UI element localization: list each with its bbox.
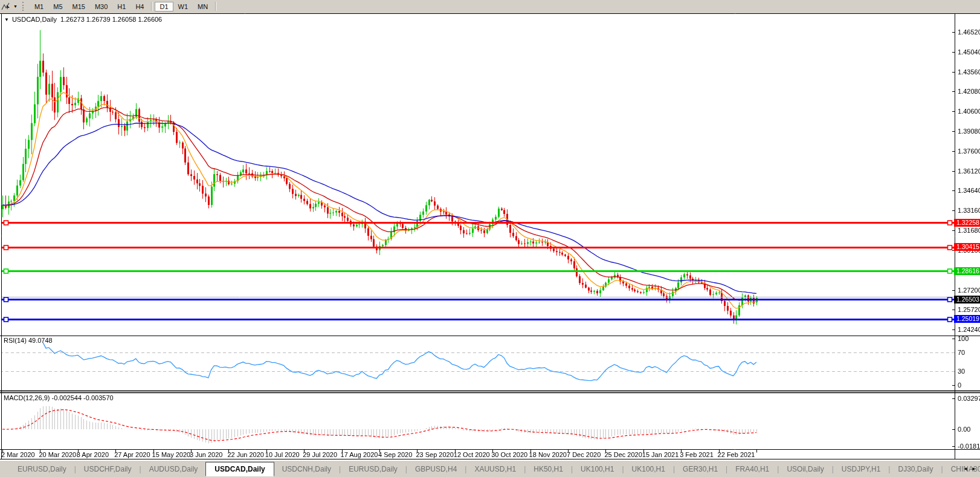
tab-scroll-right-icon[interactable]: ► xyxy=(970,464,978,474)
chart-tab-usdcnh-daily[interactable]: USDCNH,Daily xyxy=(274,463,339,475)
timeframe-button-d1[interactable]: D1 xyxy=(155,2,173,11)
chart-title-symbol: USDCAD,Daily xyxy=(12,16,57,23)
rsi-axis-label: 70 xyxy=(958,349,965,357)
chart-tab-uk100-h1[interactable]: UK100,H1 xyxy=(624,463,673,475)
date-axis-label: 27 Apr 2020 xyxy=(114,451,150,459)
price-axis-label: 1.33160 xyxy=(958,207,980,215)
timeframe-button-w1[interactable]: W1 xyxy=(173,2,193,11)
chart-tab-dj30-daily[interactable]: DJ30,Daily xyxy=(890,463,941,475)
chart-tab-ger30-h1[interactable]: GER30,H1 xyxy=(675,463,726,475)
price-axis-label: 1.45040 xyxy=(958,48,980,56)
chart-canvas[interactable] xyxy=(0,13,980,461)
chart-tab-uk100-h1[interactable]: UK100,H1 xyxy=(573,463,622,475)
date-axis-label: 2 Mar 2020 xyxy=(1,451,35,459)
tab-scroll-left-icon[interactable]: ◄ xyxy=(961,464,970,474)
rsi-indicator-label: RSI(14) 49.0748 xyxy=(4,337,53,345)
date-axis-label: 20 Mar 2020 xyxy=(39,451,76,459)
toolbar-separator xyxy=(215,2,216,11)
price-line-badge: 1.26503 xyxy=(954,296,980,303)
date-axis-label: 29 Jul 2020 xyxy=(303,451,337,459)
price-axis-label: 1.40600 xyxy=(958,108,980,115)
timeframe-button-m15[interactable]: M15 xyxy=(68,2,90,11)
timeframe-button-m1[interactable]: M1 xyxy=(30,2,48,11)
chart-tab-audusd-daily[interactable]: AUDUSD,Daily xyxy=(141,463,206,475)
price-axis-label: 1.42080 xyxy=(958,88,980,96)
price-line-badge: 1.25019 xyxy=(954,315,980,323)
macd-axis-label: 0.032972 xyxy=(958,395,980,403)
price-axis-label: 1.31680 xyxy=(958,227,980,235)
chart-title-ohlc: 1.26273 1.26739 1.26058 1.26606 xyxy=(60,16,162,23)
price-axis-label: 1.43560 xyxy=(958,68,980,76)
chart-tab-eurusd-daily[interactable]: EURUSD,Daily xyxy=(341,463,405,475)
toolbar-separator xyxy=(151,2,152,11)
date-axis-label: 12 Oct 2020 xyxy=(454,451,490,459)
date-axis-label: 30 Oct 2020 xyxy=(491,451,527,459)
date-axis-label: 8 Apr 2020 xyxy=(77,451,109,459)
timeframe-button-m30[interactable]: M30 xyxy=(90,2,112,11)
date-axis-label: 15 Jan 2021 xyxy=(642,451,679,459)
price-axis-label: 1.25720 xyxy=(958,306,980,314)
price-axis-label: 1.27200 xyxy=(958,287,980,294)
chart-tab-fra40-h1[interactable]: FRA40,H1 xyxy=(727,463,777,475)
price-axis-label: 1.37600 xyxy=(958,148,980,155)
timeframe-button-h1[interactable]: H1 xyxy=(112,2,131,11)
timeframe-button-m5[interactable]: M5 xyxy=(48,2,67,11)
macd-indicator-label: MACD(12,26,9) -0.002544 -0.003570 xyxy=(4,394,114,402)
rsi-axis-label: 30 xyxy=(958,368,965,375)
price-line-badge: 1.30415 xyxy=(954,243,980,251)
price-line-badge: 1.28616 xyxy=(954,267,980,275)
price-axis-label: 1.39080 xyxy=(958,128,980,135)
date-axis-label: 3 Feb 2021 xyxy=(680,451,714,459)
chevron-down-icon[interactable]: ▼ xyxy=(13,4,18,8)
macd-axis-label: 0.00 xyxy=(958,426,970,433)
price-line-badge: 1.32258 xyxy=(954,219,980,227)
chart-tab-xauusd-h1[interactable]: XAUUSD,H1 xyxy=(466,463,524,475)
chart-tab-bar: EURUSD,Daily|USDCHF,Daily|AUDUSD,DailyUS… xyxy=(0,461,980,477)
timeframe-button-mn[interactable]: MN xyxy=(193,2,213,11)
date-axis-label: 7 Dec 2020 xyxy=(567,451,601,459)
date-axis-label: 17 Aug 2020 xyxy=(341,451,378,459)
date-axis-label: 4 Sep 2020 xyxy=(378,451,412,459)
chart-tab-usdcad-daily[interactable]: USDCAD,Daily xyxy=(205,462,274,476)
date-axis-label: 23 Sep 2020 xyxy=(416,451,453,459)
timeframe-button-h4[interactable]: H4 xyxy=(131,2,149,11)
price-axis-label: 1.24240 xyxy=(958,326,980,334)
date-axis-label: 25 Dec 2020 xyxy=(604,451,642,459)
macd-axis-label: -0.018154 xyxy=(958,443,980,450)
chart-tab-hk50-h1[interactable]: HK50,H1 xyxy=(526,463,571,475)
price-axis-label: 1.36120 xyxy=(958,167,980,175)
chart-tab-usdjpy-h1[interactable]: USDJPY,H1 xyxy=(834,463,888,475)
chart-menu-arrow-icon[interactable]: ▼ xyxy=(4,17,9,22)
tab-scroll-buttons: ◄ ► xyxy=(961,464,978,474)
date-axis-label: 22 Jun 2020 xyxy=(227,451,264,459)
date-axis-label: 3 Jun 2020 xyxy=(190,451,222,459)
date-axis-label: 10 Jul 2020 xyxy=(265,451,300,459)
chart-title: ▼USDCAD,Daily 1.26273 1.26739 1.26058 1.… xyxy=(4,16,162,24)
chart-tab-gbpusd-h4[interactable]: GBPUSD,H4 xyxy=(407,463,465,475)
date-axis-label: 15 May 2020 xyxy=(152,451,191,459)
chart-tab-usdchf-daily[interactable]: USDCHF,Daily xyxy=(76,463,140,475)
chart-tab-eurusd-daily[interactable]: EURUSD,Daily xyxy=(10,463,74,475)
date-axis-label: 22 Feb 2021 xyxy=(718,451,755,459)
rsi-axis-label: 100 xyxy=(958,335,969,343)
price-axis-label: 1.34640 xyxy=(958,187,980,195)
timeframe-toolbar: ▼ M1M5M15M30H1H4D1W1MN xyxy=(0,0,980,13)
date-axis-label: 18 Nov 2020 xyxy=(529,451,567,459)
price-axis-label: 1.46520 xyxy=(958,28,980,36)
toolbar-grip[interactable] xyxy=(22,2,25,11)
chart-tab-usoil-daily[interactable]: USOil,Daily xyxy=(779,463,831,475)
polyline-cursor-icon[interactable] xyxy=(1,2,12,11)
rsi-axis-label: 0 xyxy=(958,381,961,389)
